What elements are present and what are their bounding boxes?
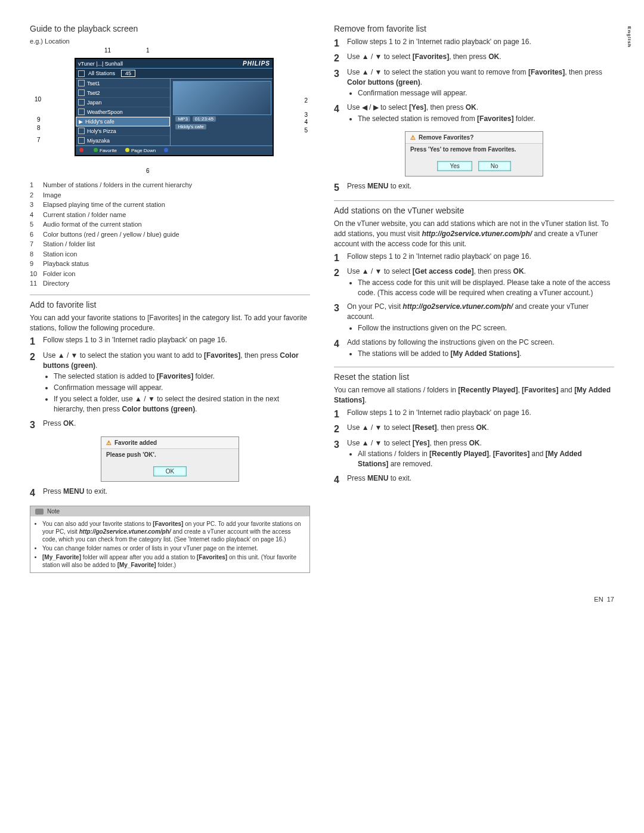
reset-intro: You can remove all stations / folders in… xyxy=(334,385,614,405)
step-body: Follow steps 1 to 2 in 'Internet radio p… xyxy=(347,408,614,421)
step-number: 1 xyxy=(334,252,347,265)
note-item: You can also add your favorite stations … xyxy=(42,520,305,543)
callout-11: 11 xyxy=(104,47,111,54)
page-footer: EN 17 xyxy=(594,596,614,603)
callout-5: 5 xyxy=(304,127,308,134)
step-body: Use ▲ / ▼ to select the station you want… xyxy=(43,351,310,417)
playback-screen-mock: vTuner |...| Sunhall PHILIPS All Station… xyxy=(75,58,274,156)
list-item: Hiddy's cafe xyxy=(85,119,114,125)
step-number: 1 xyxy=(30,335,43,348)
step-number: 5 xyxy=(334,181,347,194)
note-label: Note xyxy=(47,508,60,515)
list-item: Miyazaka xyxy=(87,138,110,144)
elapsed-time: 01:23:45 xyxy=(193,116,216,122)
folder-icon xyxy=(78,99,85,106)
list-item: WeatherSpoon xyxy=(87,109,123,115)
callout-9: 9 xyxy=(37,116,41,123)
heading-reset: Reset the station list xyxy=(334,367,614,382)
heading-add-favorite: Add to favorite list xyxy=(30,295,310,309)
left-column: Guide to the playback screen e.g.) Locat… xyxy=(30,24,310,579)
legend-row: 8Station icon xyxy=(30,249,310,259)
step-number: 2 xyxy=(334,267,347,300)
legend-row: 4Current station / folder name xyxy=(30,210,310,220)
list-item: Holy's Pizza xyxy=(87,128,116,134)
step-number: 2 xyxy=(30,351,43,417)
format-tag: MP3 xyxy=(175,116,190,122)
color-btn-blue xyxy=(164,148,170,153)
vtuner-intro: On the vTuner website, you can add stati… xyxy=(334,219,614,249)
dialog-title: Remove Favorites? xyxy=(419,134,473,141)
step-body: Use ▲ / ▼ to select [Get access code], t… xyxy=(347,267,614,300)
folder-icon xyxy=(78,80,85,86)
yes-button[interactable]: Yes xyxy=(437,161,472,171)
breadcrumb: vTuner |...| Sunhall xyxy=(78,61,123,67)
step-body: Press MENU to exit. xyxy=(43,487,310,500)
ok-button[interactable]: OK xyxy=(153,466,187,476)
step-body: On your PC, visit http://go2service.vtun… xyxy=(347,302,614,335)
language-tab: English xyxy=(627,26,632,48)
legend-row: 10Folder icon xyxy=(30,269,310,279)
callout-3: 3 xyxy=(304,112,308,118)
step-number: 4 xyxy=(334,473,347,487)
warning-icon: ⚠ xyxy=(410,134,416,141)
note-item: [My_Favorite] folder will appear after y… xyxy=(42,553,305,569)
step-body: Use ▲ / ▼ to select [Favorites], then pr… xyxy=(347,52,614,65)
philips-logo: PHILIPS xyxy=(243,60,270,67)
legend-row: 6Color buttons (red / green / yellow / b… xyxy=(30,230,310,240)
note-item: You can change folder names or order of … xyxy=(42,544,305,552)
color-btn-green: Favorite xyxy=(94,148,117,153)
legend-row: 3Elapsed playing time of the current sta… xyxy=(30,200,310,210)
step-body: Use ▲ / ▼ to select the station you want… xyxy=(347,67,614,101)
step-number: 3 xyxy=(334,67,347,101)
step-body: Follow steps 1 to 2 in 'Internet radio p… xyxy=(347,252,614,265)
no-button[interactable]: No xyxy=(478,161,511,171)
step-body: Add stations by following the instructio… xyxy=(347,337,614,361)
heading-guide: Guide to the playback screen xyxy=(30,24,310,33)
addfav-intro: You can add your favorite stations to [F… xyxy=(30,313,310,333)
step-body: Use ▲ / ▼ to select [Yes], then press OK… xyxy=(347,438,614,472)
now-playing-name: Hiddy's cafe xyxy=(175,124,206,129)
step-number: 4 xyxy=(334,103,347,126)
station-count: 45 xyxy=(121,70,135,77)
callout-10: 10 xyxy=(35,96,41,103)
play-icon: ▶ xyxy=(79,119,83,125)
callout-4: 4 xyxy=(304,119,308,125)
legend-list: 1Number of stations / folders in the cur… xyxy=(30,180,310,289)
legend-row: 1Number of stations / folders in the cur… xyxy=(30,180,310,190)
note-icon xyxy=(35,509,44,515)
callout-8: 8 xyxy=(37,125,41,131)
step-number: 3 xyxy=(334,302,347,335)
step-number: 4 xyxy=(334,337,347,361)
list-item: Japan xyxy=(87,100,102,106)
legend-row: 2Image xyxy=(30,190,310,200)
step-body: Press MENU to exit. xyxy=(347,473,614,487)
station-image xyxy=(173,81,271,115)
dialog-title: Favorite added xyxy=(114,439,157,446)
step-number: 2 xyxy=(334,52,347,65)
callout-1: 1 xyxy=(146,47,150,54)
color-btn-yellow: Page Down xyxy=(125,148,156,153)
eg-label: e.g.) Location xyxy=(30,37,310,46)
step-number: 3 xyxy=(30,419,43,432)
step-body: Follow steps 1 to 2 in 'Internet radio p… xyxy=(347,37,614,50)
step-body: Use ▲ / ▼ to select [Reset], then press … xyxy=(347,423,614,436)
folder-icon xyxy=(78,70,85,77)
dialog-body: Press 'Yes' to remove from Favorites. xyxy=(405,144,543,157)
note-box: Note You can also add your favorite stat… xyxy=(30,506,310,573)
heading-vtuner: Add stations on the vTuner website xyxy=(334,200,614,215)
list-item: Tset1 xyxy=(87,80,100,86)
legend-row: 7Station / folder list xyxy=(30,239,310,249)
callout-6: 6 xyxy=(146,168,150,174)
callout-7: 7 xyxy=(37,137,41,143)
list-item: Tset2 xyxy=(87,90,100,96)
dialog-body: Please push 'OK'. xyxy=(101,449,239,463)
folder-icon xyxy=(78,89,85,96)
warning-icon: ⚠ xyxy=(106,439,112,446)
step-number: 1 xyxy=(334,37,347,50)
legend-row: 11Directory xyxy=(30,278,310,289)
step-body: Press MENU to exit. xyxy=(347,181,614,194)
station-list: Tset1 Tset2 Japan WeatherSpoon ▶Hiddy's … xyxy=(76,79,171,145)
dialog-favorite-added: ⚠Favorite added Please push 'OK'. OK xyxy=(101,436,239,482)
all-stations-label: All Stations xyxy=(88,70,115,76)
dialog-remove-favorites: ⚠Remove Favorites? Press 'Yes' to remove… xyxy=(405,131,543,176)
